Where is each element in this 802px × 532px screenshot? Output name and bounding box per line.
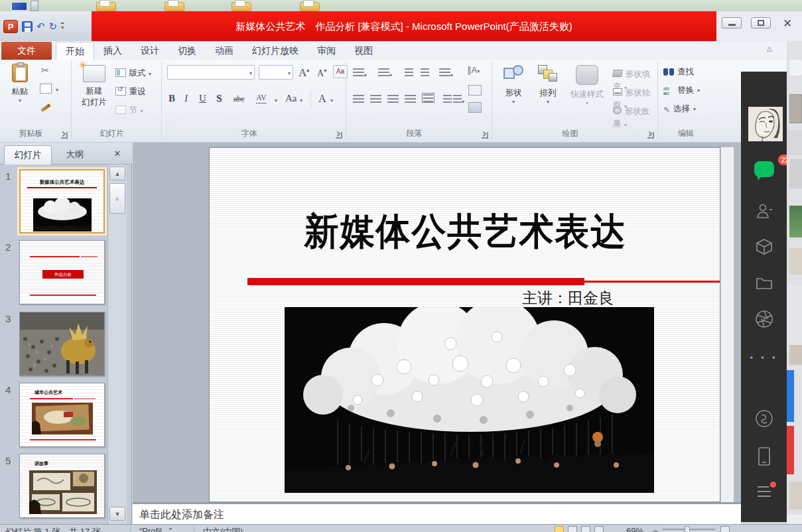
format-painter-icon[interactable] xyxy=(40,103,51,112)
underline-button[interactable]: U xyxy=(199,93,206,104)
tab-outline[interactable]: 大纲 xyxy=(54,145,96,165)
align-right-icon[interactable] xyxy=(387,94,399,106)
paste-button[interactable]: 粘贴 ▾ xyxy=(5,64,34,103)
tab-review[interactable]: 审阅 xyxy=(308,42,345,60)
increase-indent-icon[interactable] xyxy=(421,68,429,80)
font-name-combo[interactable]: ▾ xyxy=(167,65,255,80)
copy-icon[interactable] xyxy=(40,84,52,94)
normal-view-icon[interactable] xyxy=(555,526,564,532)
menu-button[interactable] xyxy=(741,484,787,501)
italic-button[interactable]: I xyxy=(184,93,188,104)
slide-thumbnail-4[interactable]: 城市公共艺术 xyxy=(19,383,105,447)
clipboard-dialog-launcher-icon[interactable] xyxy=(61,132,68,139)
shrink-font-button[interactable]: A▾ xyxy=(317,68,326,79)
align-center-icon[interactable] xyxy=(370,94,381,106)
tab-slideshow[interactable]: 幻灯片放映 xyxy=(243,42,308,60)
font-dialog-launcher-icon[interactable] xyxy=(336,132,342,139)
tab-slides-thumbnails[interactable]: 幻灯片 xyxy=(4,145,52,165)
slide-thumbnail-2[interactable]: 作品分析 xyxy=(19,240,105,304)
justify-icon[interactable] xyxy=(405,94,416,106)
fit-to-window-icon[interactable] xyxy=(720,526,730,532)
distribute-icon[interactable] xyxy=(422,93,434,103)
notes-pane[interactable]: 单击此处添加备注 xyxy=(133,502,741,524)
reading-view-icon[interactable] xyxy=(581,526,590,532)
tab-animations[interactable]: 动画 xyxy=(206,42,243,60)
slideshow-view-icon[interactable] xyxy=(594,526,604,532)
slide-canvas[interactable]: 新媒体公共艺术表达 主讲：田金良 xyxy=(209,147,720,502)
clear-formatting-button[interactable]: Aa xyxy=(333,65,348,78)
tab-home[interactable]: 开始 xyxy=(56,42,94,60)
line-spacing-icon[interactable]: ▾ xyxy=(439,68,453,80)
zoom-slider-knob[interactable] xyxy=(685,526,690,532)
contacts-button[interactable] xyxy=(741,202,787,223)
scrollbar-thumb[interactable]: ≡ xyxy=(109,183,125,214)
slide-thumbnail-3[interactable] xyxy=(19,312,105,376)
section-button[interactable]: 节 ▾ xyxy=(115,103,143,116)
arrange-button[interactable]: 排列 ▾ xyxy=(532,65,564,105)
shape-effects-button[interactable]: 形状效果 ▾ xyxy=(613,105,657,130)
computer-tower-icon[interactable] xyxy=(31,1,38,11)
drawing-dialog-launcher-icon[interactable] xyxy=(647,132,654,139)
slide-thumbnail-1[interactable]: 新媒体公共艺术表达 xyxy=(19,169,105,233)
align-text-icon[interactable] xyxy=(468,85,482,96)
minimize-button[interactable] xyxy=(722,17,742,29)
tab-transitions[interactable]: 切换 xyxy=(168,42,206,60)
editor-scrollbar[interactable] xyxy=(720,147,734,502)
change-case-button[interactable]: Aa xyxy=(285,93,297,104)
bullets-icon[interactable]: ▾ xyxy=(353,68,367,80)
bold-button[interactable]: B xyxy=(168,93,175,104)
tab-insert[interactable]: 插入 xyxy=(94,42,131,60)
folder-icon[interactable] xyxy=(165,2,184,11)
moments-button[interactable] xyxy=(741,309,787,332)
redo-icon[interactable]: ↻ xyxy=(49,21,58,32)
phone-button[interactable] xyxy=(741,446,787,469)
decrease-indent-icon[interactable] xyxy=(405,68,413,80)
folder-icon[interactable] xyxy=(232,2,251,11)
font-color-dropdown-icon[interactable]: ▾ xyxy=(330,98,333,103)
customize-qat-icon[interactable]: ▾ xyxy=(61,23,64,31)
panel-scrollbar[interactable]: ▲ ≡ ▼ xyxy=(107,165,127,524)
tab-view[interactable]: 视图 xyxy=(345,42,382,60)
folder-icon[interactable] xyxy=(96,2,116,11)
layout-button[interactable]: 版式 ▾ xyxy=(115,66,151,79)
strikethrough-button[interactable]: abc xyxy=(234,94,245,104)
tab-design[interactable]: 设计 xyxy=(131,42,168,60)
slide-sorter-view-icon[interactable] xyxy=(568,526,577,532)
computer-icon[interactable] xyxy=(11,1,28,11)
grow-font-button[interactable]: A▴ xyxy=(299,66,309,80)
font-size-combo[interactable]: ▾ xyxy=(259,65,293,80)
slide-image-lightbulb-cloud[interactable] xyxy=(285,307,654,493)
columns-icon[interactable]: ▾ xyxy=(443,94,464,106)
notes-placeholder[interactable]: 单击此处添加备注 xyxy=(139,508,741,522)
panel-close-icon[interactable]: ✕ xyxy=(110,147,125,161)
tab-file[interactable]: 文件 xyxy=(1,42,52,60)
align-left-icon[interactable] xyxy=(353,94,364,106)
case-dropdown-icon[interactable]: ▾ xyxy=(300,98,302,103)
collections-button[interactable] xyxy=(741,237,787,259)
select-button[interactable]: ⇖选择▾ xyxy=(663,103,696,115)
shapes-button[interactable]: 形状 ▾ xyxy=(498,65,529,105)
scroll-up-icon[interactable]: ▲ xyxy=(109,166,125,180)
reset-button[interactable]: 重设 xyxy=(115,85,145,98)
cut-icon[interactable]: ✂ xyxy=(41,65,49,76)
new-slide-button[interactable]: 新建 幻灯片 xyxy=(76,65,113,108)
find-button[interactable]: 查找 xyxy=(663,66,694,78)
close-button[interactable]: ✕ xyxy=(783,17,792,31)
undo-icon[interactable]: ↶ xyxy=(36,21,45,32)
save-icon[interactable] xyxy=(22,21,33,32)
quick-styles-button[interactable]: 快速样式 ▾ xyxy=(567,65,608,106)
files-button[interactable] xyxy=(741,274,787,295)
avatar[interactable] xyxy=(748,107,783,141)
replace-button[interactable]: abac替换▾ xyxy=(663,85,700,96)
presenter-text[interactable]: 主讲：田金良 xyxy=(488,288,647,308)
paragraph-dialog-launcher-icon[interactable] xyxy=(482,132,488,139)
folder-icon[interactable] xyxy=(300,2,320,11)
text-shadow-button[interactable]: S xyxy=(216,93,222,104)
chats-button[interactable]: 22 xyxy=(741,161,787,177)
copy-dropdown-icon[interactable]: ▾ xyxy=(56,87,58,93)
maximize-button[interactable] xyxy=(751,17,771,29)
zoom-out-icon[interactable]: − xyxy=(653,526,658,532)
numbering-icon[interactable]: ▾ xyxy=(378,68,392,80)
smartart-icon[interactable] xyxy=(468,102,482,113)
slide-title[interactable]: 新媒体公共艺术表达 xyxy=(223,207,708,257)
